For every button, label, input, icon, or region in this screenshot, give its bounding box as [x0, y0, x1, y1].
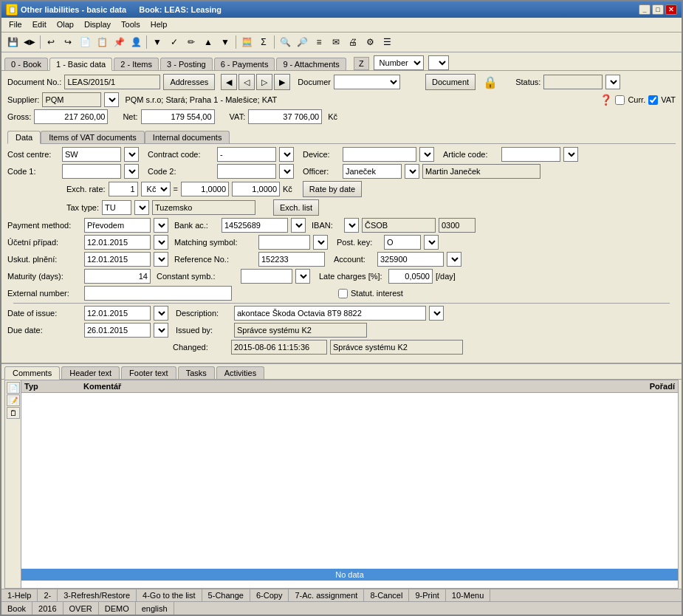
constant-symb-select[interactable]: ▼ — [295, 269, 310, 284]
fkey-3[interactable]: 3-Refresh/Restore — [58, 589, 137, 602]
vat-input[interactable] — [248, 109, 322, 124]
matching-symbol-select[interactable]: ▼ — [313, 235, 328, 250]
maturity-input[interactable] — [84, 269, 151, 284]
comment-icon-3[interactable]: 🗒 — [7, 407, 20, 419]
fkey-7[interactable]: 7-Ac. assignment — [289, 589, 364, 602]
changed-by-input[interactable] — [330, 340, 463, 355]
doc-no-input[interactable] — [64, 75, 160, 89]
account-select[interactable]: ▼ — [447, 252, 461, 267]
exch-rate-val1[interactable] — [181, 182, 229, 196]
toolbar-copy[interactable]: 📋 — [94, 34, 110, 50]
toolbar-print[interactable]: 🖨 — [345, 34, 361, 50]
code1-input[interactable] — [62, 164, 121, 179]
supplier-select[interactable]: ▼ — [104, 92, 119, 107]
exch-list-button[interactable]: Exch. list — [273, 199, 319, 216]
comments-tab-activities[interactable]: Activities — [216, 366, 264, 379]
toolbar-check[interactable]: ✓ — [166, 34, 182, 50]
officer-detail-input[interactable] — [422, 164, 540, 179]
bank-ac-select[interactable]: ▼ — [291, 218, 306, 233]
menu-edit[interactable]: Edit — [28, 19, 51, 30]
cost-centre-select[interactable]: ▼ — [124, 147, 139, 162]
toolbar-edit[interactable]: ✏ — [183, 34, 199, 50]
uskut-plneni-input[interactable] — [84, 252, 151, 267]
date-of-issue-select[interactable]: ▼ — [154, 306, 168, 321]
tax-type-select[interactable]: ▼ — [134, 200, 149, 215]
description-select[interactable]: ▼ — [429, 306, 444, 321]
toolbar-settings[interactable]: ⚙ — [362, 34, 378, 50]
tax-type-input[interactable] — [102, 200, 131, 215]
menu-tools[interactable]: Tools — [117, 19, 145, 30]
comment-icon-1[interactable]: 📄 — [7, 382, 20, 394]
fkey-2[interactable]: 2- — [38, 589, 58, 602]
document-select[interactable] — [334, 75, 400, 89]
description-input[interactable] — [234, 306, 426, 321]
tab-3-posting[interactable]: 3 - Posting — [160, 58, 213, 70]
toolbar-redo[interactable]: ↪ — [60, 34, 76, 50]
menu-help[interactable]: Help — [146, 19, 172, 30]
due-date-input[interactable] — [84, 323, 151, 338]
toolbar-btn1[interactable]: ◀▶ — [21, 34, 38, 50]
officer-select[interactable]: ▼ — [405, 164, 419, 179]
post-key-select[interactable]: ▼ — [424, 235, 439, 250]
toolbar-filter[interactable]: ▼ — [149, 34, 165, 50]
reference-no-input[interactable] — [258, 252, 325, 267]
tab-0-book[interactable]: 0 - Book — [4, 58, 48, 70]
net-input[interactable] — [141, 109, 215, 124]
toolbar-find2[interactable]: 🔎 — [294, 34, 310, 50]
rate-by-date-button[interactable]: Rate by date — [303, 181, 362, 197]
doc-btn2[interactable]: ◁ — [238, 74, 255, 90]
contract-code-input[interactable] — [217, 147, 276, 162]
toolbar-arrow-down[interactable]: ▼ — [217, 34, 233, 50]
device-select[interactable]: ▼ — [419, 147, 434, 162]
toolbar-user[interactable]: 👤 — [128, 34, 144, 50]
maximize-button[interactable]: □ — [652, 4, 664, 15]
iban-bank-input[interactable] — [362, 218, 436, 233]
post-key-input[interactable] — [384, 235, 421, 250]
exch-rate-currency-select[interactable]: Kč — [141, 182, 171, 196]
ucetni-pripad-select[interactable]: ▼ — [154, 235, 168, 250]
tab-2-items[interactable]: 2 - Items — [114, 58, 159, 70]
document-button[interactable]: Document — [425, 74, 476, 90]
comments-tab-footer[interactable]: Footer text — [121, 366, 176, 379]
cost-centre-input[interactable] — [62, 147, 121, 162]
inner-tab-vat[interactable]: Items of VAT documents — [41, 131, 145, 143]
status-input[interactable] — [543, 75, 603, 89]
minimize-button[interactable]: _ — [639, 4, 651, 15]
comments-tab-tasks[interactable]: Tasks — [178, 366, 215, 379]
fkey-4[interactable]: 4-Go to the list — [137, 589, 202, 602]
extra-select[interactable] — [428, 55, 449, 70]
article-code-input[interactable] — [501, 147, 560, 162]
code1-select[interactable]: ▼ — [124, 164, 139, 179]
comments-tab-header[interactable]: Header text — [61, 366, 120, 379]
date-of-issue-input[interactable] — [84, 306, 151, 321]
constant-symb-input[interactable] — [241, 269, 292, 284]
addresses-button[interactable]: Addresses — [163, 74, 215, 90]
toolbar-save[interactable]: 💾 — [4, 34, 21, 50]
due-date-select[interactable]: ▼ — [154, 323, 168, 338]
code2-select[interactable]: ▼ — [279, 164, 294, 179]
tab-z[interactable]: Z — [354, 57, 369, 70]
comment-icon-2[interactable]: 📝 — [7, 394, 20, 406]
late-charges-input[interactable] — [388, 269, 433, 284]
bank-ac-input[interactable] — [222, 218, 288, 233]
toolbar-find[interactable]: 🔍 — [277, 34, 293, 50]
uskut-plneni-select[interactable]: ▼ — [154, 252, 168, 267]
ucetni-pripad-input[interactable] — [84, 235, 151, 250]
menu-display[interactable]: Display — [80, 19, 115, 30]
number-select[interactable]: Number — [374, 55, 424, 70]
matching-symbol-input[interactable] — [258, 235, 310, 250]
toolbar-list[interactable]: ≡ — [311, 34, 327, 50]
vat-checkbox[interactable] — [648, 95, 658, 105]
fkey-6[interactable]: 6-Copy — [250, 589, 289, 602]
status-select[interactable]: ▼ — [605, 75, 620, 89]
menu-olap[interactable]: Olap — [52, 19, 78, 30]
device-input[interactable] — [343, 147, 416, 162]
tab-9-attachments[interactable]: 9 - Attachments — [276, 58, 346, 70]
iban-code-input[interactable] — [439, 218, 476, 233]
code2-input[interactable] — [217, 164, 276, 179]
fkey-10[interactable]: 10-Menu — [446, 589, 490, 602]
fkey-9[interactable]: 9-Print — [409, 589, 445, 602]
external-number-input[interactable] — [84, 286, 232, 301]
doc-btn4[interactable]: ▶ — [274, 74, 290, 90]
doc-btn3[interactable]: ▷ — [256, 74, 272, 90]
